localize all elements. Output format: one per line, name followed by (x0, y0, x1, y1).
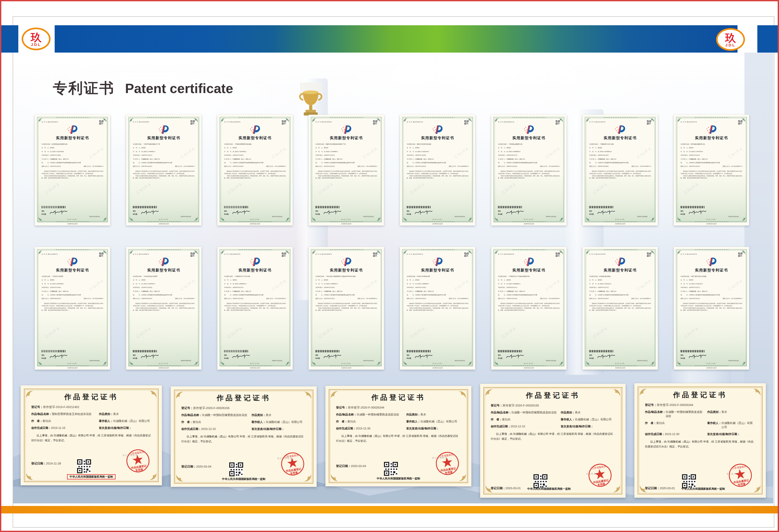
field-address: 地 址：215000 江苏省苏州市花桥镇象鼻泾路28号2号房 (224, 162, 286, 164)
patent-certificate: CNIPA CNIPA 证 书 号 第11104881号 (35, 247, 110, 370)
corner-flourish-icon (650, 118, 655, 123)
grant-sign-date: 2021年01月01日 (315, 360, 374, 361)
border-garland (238, 117, 272, 118)
corner-flourish-icon (102, 118, 107, 123)
field-application-date: 专利申请日：2020年07月23日 (315, 287, 377, 289)
svg-text:★: ★ (709, 261, 710, 263)
border-garland (695, 365, 728, 367)
certificate-title: 作品登记证书 (181, 393, 306, 403)
barcode (589, 350, 613, 352)
grant-sign-date: 2021年01月01日 (42, 216, 100, 217)
legal-text: 国家知识产权局依照中华人民共和国专利法经过初步审查，决定授予专利权，颁发实用新型… (498, 302, 560, 312)
field-inventor: 发 明 人：黄扣兵 (224, 279, 286, 281)
signature-block: 局长 申长雨 (680, 354, 742, 360)
corner-flourish-icon (221, 118, 226, 123)
corner-flourish-icon (741, 216, 746, 221)
director-name: 申长雨 (315, 357, 320, 360)
field-inventor: 发 明 人：黄扣兵 (133, 279, 195, 281)
svg-text:★: ★ (706, 260, 708, 262)
registration-statement: 以上事项，由 玖德隆机械（昆山）有限公司 申请，经 江苏省版权局 审核，根据《作… (31, 433, 152, 443)
certificate-title: 实用新型专利证书 (224, 268, 286, 273)
svg-text:★: ★ (161, 261, 163, 263)
jdl-logo-text: JDL (725, 43, 736, 47)
certificate-title: 实用新型专利证书 (407, 268, 469, 273)
certificate-title: 实用新型专利证书 (42, 268, 103, 273)
certificate-frame: 作品登记证书 登记号：苏作登字-2019-F-00211452 作品/制品名称：… (24, 389, 159, 482)
border-garland (695, 249, 728, 251)
field-patent-number: 专 利 号：ZL 2019 2 2287696.1 (42, 283, 103, 285)
director-name: 申长雨 (680, 213, 685, 216)
field-utility-name: 实用新型名称：一种熔喷布生产加工设备 (224, 275, 286, 278)
director-name: 申长雨 (407, 357, 411, 360)
corner-flourish-icon (650, 360, 655, 365)
field-application-date: 专利申请日：2020年04月27日 (498, 287, 560, 289)
signature-block: 局长 申长雨 (589, 354, 651, 360)
border-garland (238, 365, 272, 367)
field-registration-number: 登记号：苏作登字-2020-F-00026344 (336, 406, 461, 410)
field-inventor: 发 明 人：黄扣兵 (498, 279, 560, 281)
field-grant: 授权公告日：2021年01月01日 授权公告号：CN 212266336 U (133, 165, 195, 168)
border-garland (238, 221, 272, 223)
field-address: 地 址：215000 江苏省苏州市花桥镇象鼻泾路28号2号房 (42, 294, 103, 296)
page-note: 第 1 页（共 2 页） (407, 363, 469, 364)
svg-text:★: ★ (342, 262, 343, 264)
page-note: 第 1 页（共 2 页） (133, 363, 195, 364)
page-title-en: Patent certificate (125, 81, 233, 96)
certificate-title: 实用新型专利证书 (133, 136, 195, 140)
certificate-frame: CNIPA CNIPA 证 书 号 第12260991号 (402, 249, 473, 366)
corner-flourish-icon (175, 391, 184, 400)
corner-flourish-icon (38, 118, 43, 123)
signature-icon (232, 353, 252, 360)
field-first-publication: 首次发表/出版/制作日期： (707, 432, 756, 437)
corner-flourish-icon (753, 388, 761, 397)
corner-flourish-icon (312, 360, 317, 365)
certificate-title: 作品登记证书 (491, 391, 615, 400)
barcode (42, 350, 66, 352)
svg-text:★: ★ (69, 131, 71, 133)
field-patent-number: 专 利 号：ZL 2020 2 1534185.1 (224, 151, 286, 153)
corner-flourish-icon (102, 250, 107, 255)
field-patentee: 专 利 权 人：玖德隆机械（昆山）有限公司 (589, 158, 651, 160)
svg-text:★: ★ (344, 129, 345, 130)
field-inventor: 发 明 人：黄扣兵 (315, 279, 377, 281)
border-garland (512, 117, 546, 118)
corner-flourish-icon (586, 216, 591, 221)
page-title: 专利证书 Patent certificate (53, 79, 233, 98)
certificate-frame: CNIPA CNIPA 证 书 号 第12262665号 (311, 117, 382, 222)
corner-flourish-icon (129, 250, 134, 255)
field-inventor: 发 明 人：黄扣兵 (498, 147, 560, 149)
legal-text: 国家知识产权局依照中华人民共和国专利法经过初步审查，决定授予专利权，颁发实用新型… (407, 170, 469, 179)
grant-sign-date: 2021年01月01日 (407, 216, 465, 217)
certificate-title: 实用新型专利证书 (315, 136, 377, 140)
svg-text:★: ★ (435, 129, 436, 130)
svg-text:★: ★ (526, 261, 528, 263)
director-label: 局长 (224, 210, 229, 213)
legal-text: 国家知识产权局依照中华人民共和国专利法经过初步审查，决定授予专利权，颁发实用新型… (498, 170, 560, 179)
copyright-bureau-seal: 江苏省版权局 作品自愿登记 专用章 (433, 450, 461, 477)
page-note: 第 1 页（共 2 页） (42, 218, 103, 220)
signature-block: 局长 申长雨 (407, 354, 469, 360)
svg-text:★: ★ (69, 264, 71, 265)
field-utility-name: 实用新型名称：片材三辊环保型冷却系统 (680, 275, 742, 278)
svg-text:★: ★ (251, 127, 253, 128)
svg-text:★: ★ (161, 264, 162, 265)
field-author: 作 者：黄扣兵 (336, 420, 403, 424)
certificate-number: 证 书 号 第11583206号 (498, 253, 515, 255)
corner-flourish-icon (558, 360, 563, 365)
field-author: 作 者：黄扣兵 (31, 419, 95, 423)
director-name: 申长雨 (315, 213, 320, 216)
svg-text:★: ★ (525, 262, 526, 264)
field-inventor: 发 明 人：黄扣兵 (42, 279, 103, 281)
cnipa-logo-icon: ★ ★ ★ ★ ★ (339, 257, 354, 267)
corner-flourish-icon (312, 216, 317, 221)
director-label: 局长 (680, 210, 685, 213)
grant-sign-date: 2020年12月22日 (498, 360, 556, 361)
cnipa-logo-icon: ★ ★ ★ ★ ★ (65, 257, 80, 267)
director-label: 局长 (42, 354, 46, 357)
field-address: 地 址：215000 江苏省苏州市花桥镇象鼻泾路28号2号房 (133, 162, 195, 164)
certificate-title: 实用新型专利证书 (589, 136, 651, 140)
svg-text:★: ★ (160, 259, 162, 260)
field-application-date: 专利申请日：2020年07月29日 (224, 154, 286, 156)
corner-flourish-icon (650, 216, 655, 221)
page-title-cn: 专利证书 (53, 79, 115, 98)
